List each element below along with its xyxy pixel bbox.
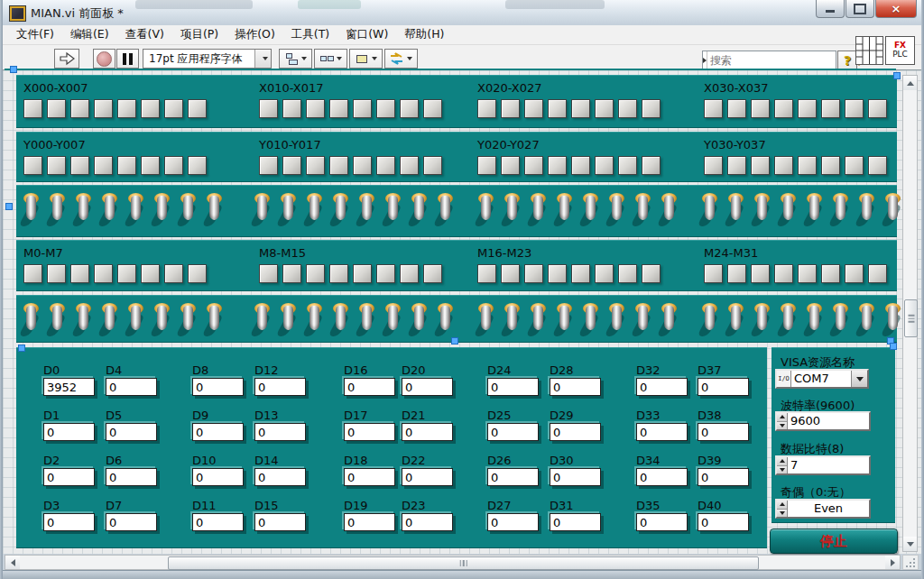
- toggle-switch[interactable]: [753, 191, 772, 229]
- toggle-switch[interactable]: [411, 301, 429, 339]
- selection-handle[interactable]: [451, 337, 458, 345]
- toggle-switch[interactable]: [306, 301, 324, 339]
- font-selector[interactable]: 17pt 应用程序字体: [143, 49, 272, 69]
- toggle-switch[interactable]: [75, 301, 93, 339]
- scroll-up-button[interactable]: [903, 76, 917, 90]
- toggle-switch[interactable]: [608, 301, 626, 339]
- connector-pane-icon[interactable]: [855, 36, 883, 65]
- vertical-scroll-thumb[interactable]: [904, 299, 918, 337]
- toggle-switch[interactable]: [384, 191, 402, 229]
- toggle-switch[interactable]: [780, 191, 798, 229]
- d-register-field[interactable]: 0: [344, 468, 395, 486]
- vertical-scrollbar[interactable]: [902, 75, 918, 552]
- d-register-field[interactable]: 0: [344, 378, 395, 396]
- d-register-field[interactable]: 0: [254, 378, 306, 396]
- toggle-switch[interactable]: [180, 301, 198, 339]
- menu-item-3[interactable]: 项目(P): [172, 24, 226, 45]
- horizontal-scrollbar[interactable]: [5, 555, 901, 570]
- toggle-switch[interactable]: [727, 301, 745, 339]
- d-register-field[interactable]: 0: [106, 513, 157, 531]
- toggle-switch[interactable]: [384, 301, 402, 339]
- toggle-switch[interactable]: [280, 191, 298, 229]
- toggle-switch[interactable]: [582, 301, 600, 339]
- abort-button[interactable]: [93, 49, 116, 69]
- d-register-field[interactable]: 0: [192, 378, 244, 396]
- toggle-switch[interactable]: [206, 301, 224, 339]
- pause-button[interactable]: [116, 49, 139, 69]
- titlebar[interactable]: MIAN.vi 前面板 * ×: [0, 0, 924, 26]
- vi-icon[interactable]: FX PLC: [885, 36, 915, 65]
- d-register-field[interactable]: 0: [254, 468, 306, 486]
- toggle-switch[interactable]: [530, 301, 548, 339]
- parity-spinner[interactable]: [777, 501, 788, 517]
- toggle-switch[interactable]: [254, 301, 272, 339]
- d-register-field[interactable]: 0: [192, 423, 244, 441]
- toggle-switch[interactable]: [437, 301, 455, 339]
- close-button[interactable]: ×: [875, 0, 917, 18]
- reorder-button[interactable]: [384, 49, 418, 69]
- selection-handle[interactable]: [18, 345, 25, 352]
- toggle-switch[interactable]: [101, 301, 119, 339]
- d-register-field[interactable]: 0: [487, 378, 539, 396]
- d-register-field[interactable]: 0: [254, 423, 306, 441]
- selection-handle[interactable]: [5, 203, 13, 210]
- menu-item-2[interactable]: 查看(V): [117, 24, 172, 45]
- d-register-field[interactable]: 0: [550, 513, 601, 531]
- d-register-field[interactable]: 0: [43, 468, 95, 486]
- d-register-field[interactable]: 0: [636, 513, 688, 531]
- toggle-switch[interactable]: [504, 191, 522, 229]
- toggle-switch[interactable]: [582, 191, 600, 229]
- toggle-switch[interactable]: [127, 191, 145, 229]
- d-register-field[interactable]: 0: [487, 423, 539, 441]
- d-register-field[interactable]: 0: [402, 468, 453, 486]
- d-register-field[interactable]: 0: [636, 468, 688, 486]
- d-register-field[interactable]: 0: [254, 513, 306, 531]
- toggle-switch[interactable]: [180, 191, 198, 229]
- toggle-switch[interactable]: [477, 301, 495, 339]
- toggle-switch[interactable]: [661, 191, 679, 229]
- toggle-switch[interactable]: [153, 301, 171, 339]
- toggle-switch[interactable]: [608, 191, 626, 229]
- toggle-switch[interactable]: [806, 191, 824, 229]
- baud-rate-control[interactable]: 9600: [775, 411, 871, 431]
- d-register-field[interactable]: 0: [698, 423, 749, 441]
- toggle-switch[interactable]: [858, 301, 876, 339]
- d-register-field[interactable]: 0: [402, 423, 453, 441]
- toggle-switch[interactable]: [701, 191, 719, 229]
- d-register-field[interactable]: 0: [487, 513, 539, 531]
- search-box[interactable]: [702, 51, 836, 69]
- maximize-button[interactable]: [845, 0, 874, 18]
- toggle-switch[interactable]: [884, 301, 902, 339]
- d-register-field[interactable]: 0: [344, 423, 395, 441]
- distribute-objects-button[interactable]: [314, 49, 347, 69]
- run-button[interactable]: [54, 49, 79, 69]
- d-register-field[interactable]: 0: [487, 468, 539, 486]
- toggle-switch[interactable]: [127, 301, 145, 339]
- minimize-button[interactable]: [816, 0, 845, 18]
- baud-spinner[interactable]: [777, 413, 788, 429]
- menu-item-5[interactable]: 工具(T): [283, 24, 337, 45]
- toggle-switch[interactable]: [701, 301, 719, 339]
- toggle-switch[interactable]: [358, 301, 376, 339]
- toggle-switch[interactable]: [153, 191, 171, 229]
- toggle-switch[interactable]: [884, 191, 902, 229]
- menu-item-4[interactable]: 操作(O): [226, 24, 283, 45]
- toggle-switch[interactable]: [332, 191, 350, 229]
- toggle-switch[interactable]: [832, 191, 850, 229]
- d-register-field[interactable]: 0: [636, 378, 688, 396]
- d-register-field[interactable]: 0: [402, 378, 453, 396]
- toggle-switch[interactable]: [75, 191, 93, 229]
- selection-handle[interactable]: [893, 72, 901, 79]
- toggle-switch[interactable]: [556, 301, 574, 339]
- d-register-field[interactable]: 0: [192, 513, 244, 531]
- d-register-field[interactable]: 0: [698, 378, 749, 396]
- d-register-field[interactable]: 0: [106, 468, 157, 486]
- d-register-field[interactable]: 0: [698, 513, 749, 531]
- toggle-switch[interactable]: [530, 191, 548, 229]
- selection-handle[interactable]: [890, 343, 897, 350]
- toggle-switch[interactable]: [858, 191, 876, 229]
- toggle-switch[interactable]: [280, 301, 298, 339]
- toggle-switch[interactable]: [332, 301, 350, 339]
- d-register-field[interactable]: 0: [698, 468, 749, 486]
- align-objects-button[interactable]: [279, 49, 312, 69]
